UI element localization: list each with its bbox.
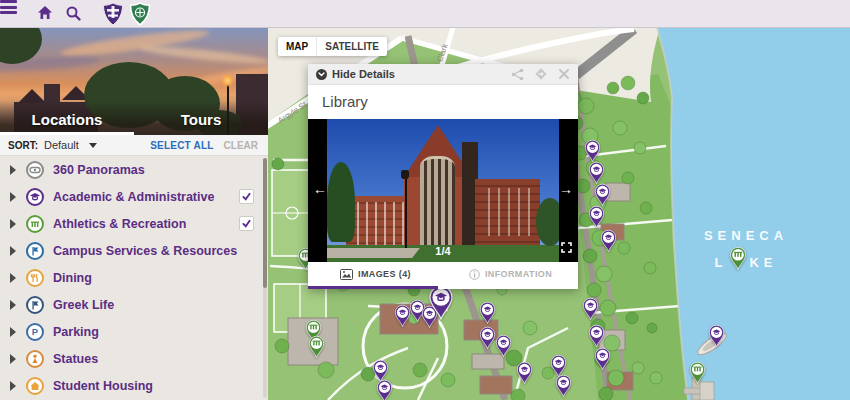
category-label: Statues [53, 352, 98, 366]
dining-icon [26, 269, 44, 287]
search-icon[interactable] [64, 4, 88, 24]
grad-cap-icon [26, 188, 44, 206]
home-icon[interactable] [36, 4, 60, 24]
campus-photo: Locations Tours [0, 28, 268, 135]
category-label: Campus Services & Resources [53, 244, 237, 258]
sidebar-item-student-housing[interactable]: Student Housing [0, 372, 268, 399]
category-checkbox[interactable] [239, 189, 254, 204]
share-icon[interactable] [511, 68, 524, 81]
sidebar-scrollbar[interactable] [263, 158, 267, 398]
popup-tabs: IMAGES (4) INFORMATION [308, 262, 578, 286]
category-checkbox[interactable] [239, 216, 254, 231]
sidebar-item-parking[interactable]: PParking [0, 318, 268, 345]
directions-icon[interactable] [534, 67, 548, 81]
category-label: Athletics & Recreation [53, 217, 186, 231]
academic-map-pin-selected[interactable] [428, 284, 454, 324]
map-view-button[interactable]: MAP [278, 37, 316, 56]
hobart-shield-logo[interactable] [100, 1, 126, 27]
sidebar-tabs: Locations Tours [0, 101, 268, 135]
sidebar-item-360-panoramas[interactable]: 360 Panoramas [0, 156, 268, 183]
sidebar-item-greek-life[interactable]: Greek Life [0, 291, 268, 318]
sort-bar: SORT: Default SELECT ALL CLEAR [0, 135, 268, 156]
house-icon [26, 377, 44, 395]
academic-map-pin[interactable] [555, 374, 572, 400]
library-photo [327, 119, 559, 262]
satellite-view-button[interactable]: SATELLITE [316, 37, 387, 56]
academic-map-pin[interactable] [479, 301, 496, 328]
svg-text:P: P [32, 326, 39, 337]
top-bar [0, 0, 850, 28]
sidebar-item-campus-services-resources[interactable]: Campus Services & Resources [0, 237, 268, 264]
close-icon[interactable] [558, 68, 570, 80]
chevron-down-icon[interactable] [89, 143, 97, 148]
statue-icon [26, 350, 44, 368]
parking-icon: P [26, 323, 44, 341]
expand-caret-icon[interactable] [10, 246, 16, 256]
sidebar-item-statues[interactable]: Statues [0, 345, 268, 372]
next-image-arrow[interactable]: → [559, 181, 573, 197]
category-label: Academic & Administrative [53, 190, 214, 204]
academic-map-pin[interactable] [708, 324, 725, 351]
photo-carousel: ← → 1/4 [308, 119, 578, 262]
menu-icon[interactable] [0, 0, 17, 14]
sidebar-item-athletics-recreation[interactable]: Athletics & Recreation [0, 210, 268, 237]
flag-icon [26, 242, 44, 260]
expand-caret-icon[interactable] [10, 381, 16, 391]
fullscreen-icon[interactable] [561, 239, 572, 257]
athletics-map-pin[interactable] [689, 361, 706, 388]
expand-caret-icon[interactable] [10, 354, 16, 364]
academic-map-pin[interactable] [516, 361, 533, 388]
category-label: Dining [53, 271, 92, 285]
expand-caret-icon[interactable] [10, 192, 16, 202]
tab-locations[interactable]: Locations [0, 101, 134, 135]
photo-lamppost [405, 176, 407, 248]
category-list: 360 PanoramasAcademic & AdministrativeAt… [0, 156, 268, 400]
expand-caret-icon[interactable] [10, 273, 16, 283]
flag-icon [26, 296, 44, 314]
athletics-map-pin[interactable] [308, 335, 325, 362]
tab-tours[interactable]: Tours [134, 101, 268, 135]
previous-image-arrow[interactable]: ← [313, 181, 327, 197]
campus-map-app: Locations Tours SORT: Default SELECT ALL… [0, 0, 850, 400]
expand-caret-icon[interactable] [10, 327, 16, 337]
academic-map-pin[interactable] [588, 205, 605, 232]
sidebar-item-academic-administrative[interactable]: Academic & Administrative [0, 183, 268, 210]
sidebar: Locations Tours SORT: Default SELECT ALL… [0, 28, 268, 400]
sort-dropdown[interactable]: Default [44, 139, 79, 151]
academic-map-pin[interactable] [594, 347, 611, 374]
panorama-icon [26, 161, 44, 179]
category-label: Greek Life [53, 298, 114, 312]
expand-caret-icon[interactable] [10, 300, 16, 310]
athletics-icon [26, 215, 44, 233]
sidebar-item-dining[interactable]: Dining [0, 264, 268, 291]
category-label: Parking [53, 325, 99, 339]
sort-label: SORT: [8, 140, 38, 151]
hide-details-button[interactable]: Hide Details [316, 68, 395, 80]
category-label: Student Housing [53, 379, 153, 393]
academic-map-pin[interactable] [479, 326, 496, 353]
academic-map-pin[interactable] [582, 297, 599, 324]
chevron-down-circle-icon [316, 69, 327, 80]
academic-map-pin[interactable] [495, 334, 512, 361]
category-label: 360 Panoramas [53, 163, 145, 177]
william-smith-shield-logo[interactable] [127, 1, 153, 27]
image-counter: 1/4 [308, 245, 578, 257]
location-detail-popup: Hide Details Library [308, 64, 578, 289]
tab-information[interactable]: INFORMATION [443, 262, 578, 286]
expand-caret-icon[interactable] [10, 165, 16, 175]
academic-map-pin[interactable] [600, 229, 617, 256]
expand-caret-icon[interactable] [10, 219, 16, 229]
clear-button[interactable]: CLEAR [224, 140, 258, 151]
select-all-button[interactable]: SELECT ALL [150, 140, 213, 151]
popup-header: Hide Details [308, 64, 578, 85]
tab-images[interactable]: IMAGES (4) [308, 262, 443, 286]
academic-map-pin[interactable] [376, 379, 393, 400]
popup-title: Library [308, 85, 578, 119]
active-tab-underline [308, 286, 438, 289]
map-type-control: MAP SATELLITE [278, 37, 387, 56]
